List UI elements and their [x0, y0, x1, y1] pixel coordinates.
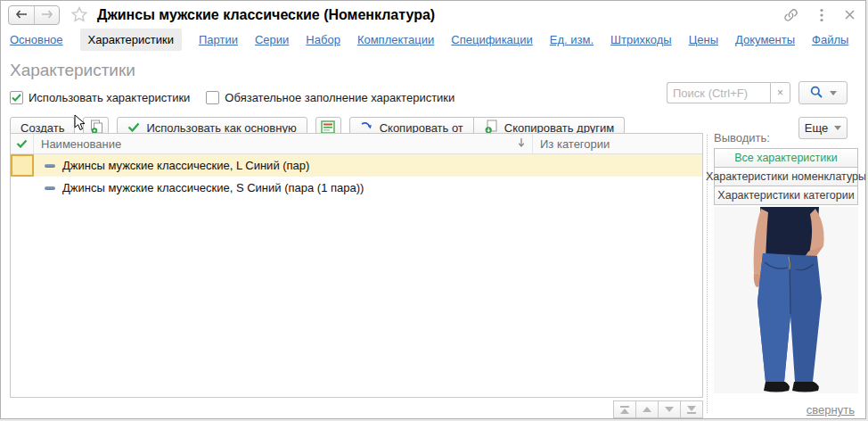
back-button[interactable] — [9, 6, 34, 24]
page-title: Джинсы мужские классические (Номенклатур… — [97, 7, 435, 23]
filter-category-characteristics[interactable]: Характеристики категории — [714, 186, 858, 205]
move-to-bottom-button[interactable] — [680, 400, 703, 418]
triangle-up-icon — [620, 409, 629, 414]
chevron-down-icon — [834, 126, 841, 130]
display-filter-panel: Выводить: Все характеристики Характерист… — [714, 131, 858, 205]
tab-kharakteristiki[interactable]: Характеристики — [80, 29, 182, 51]
display-filter-buttons: Все характеристики Характеристики номенк… — [714, 148, 858, 205]
search-button[interactable] — [798, 81, 848, 104]
chevron-down-icon — [830, 91, 837, 95]
search-cluster: × — [667, 81, 848, 104]
column-header-from-category[interactable]: Из категории — [533, 134, 702, 153]
move-to-top-button[interactable] — [613, 400, 636, 418]
tab-osnovnoe[interactable]: Основное — [10, 33, 63, 46]
checkbox-checked-icon — [10, 91, 23, 104]
use-characteristics-label: Использовать характеристики — [29, 91, 190, 104]
search-clear-button[interactable]: × — [770, 82, 790, 103]
characteristic-item-icon — [45, 186, 55, 190]
characteristic-item-icon — [45, 164, 55, 168]
column-name-label: Наименование — [41, 137, 518, 151]
tab-dokumenty[interactable]: Документы — [735, 33, 795, 46]
table-header: Наименование Из категории — [11, 134, 702, 154]
triangle-down-icon — [687, 406, 696, 411]
tab-shtrikhkody[interactable]: Штрихкоды — [610, 33, 672, 46]
row-name-label: Джинсы мужские классические, S Синий (па… — [62, 181, 364, 194]
move-bottom-icon — [687, 412, 696, 414]
tab-spetsifikatsii[interactable]: Спецификации — [451, 33, 533, 46]
section-heading: Характеристики — [1, 53, 865, 82]
required-fill-checkbox[interactable]: Обязательное заполнение характеристики — [206, 91, 454, 104]
clear-x-icon: × — [777, 87, 783, 99]
app-window: Джинсы мужские классические (Номенклатур… — [0, 0, 866, 419]
title-bar: Джинсы мужские классические (Номенклатур… — [1, 1, 865, 29]
row-category-cell[interactable] — [533, 177, 702, 199]
product-image — [714, 207, 858, 393]
history-nav-group — [8, 5, 60, 25]
tab-komplektatsii[interactable]: Комплектации — [357, 33, 434, 46]
search-icon — [810, 86, 823, 101]
column-category-label: Из категории — [540, 137, 610, 151]
tab-fayly[interactable]: Файлы — [812, 33, 848, 46]
more-vertical-icon[interactable] — [820, 8, 823, 22]
row-name-label: Джинсы мужские классические, L Синий (па… — [62, 159, 309, 172]
checkbox-unchecked-icon — [206, 91, 219, 104]
row-move-controls — [10, 400, 703, 418]
table-row[interactable]: Джинсы мужские классические, L Синий (па… — [11, 154, 702, 177]
filter-all-characteristics[interactable]: Все характеристики — [714, 148, 858, 168]
display-filter-label: Выводить: — [714, 131, 858, 144]
required-fill-label: Обязательное заполнение характеристики — [225, 91, 454, 104]
collapse-link[interactable]: свернуть — [807, 403, 855, 417]
tab-tseny[interactable]: Цены — [689, 33, 718, 46]
move-down-button[interactable] — [658, 400, 681, 418]
characteristics-table: Наименование Из категории Джинсы мужские… — [10, 133, 703, 398]
search-input[interactable] — [667, 82, 770, 103]
row-category-cell[interactable] — [533, 154, 702, 177]
sort-desc-icon — [518, 137, 525, 151]
tab-ed-izm[interactable]: Ед. изм. — [550, 33, 594, 46]
tab-bar: Основное Характеристики Партии Серии Наб… — [1, 29, 865, 53]
forward-arrow-icon — [41, 8, 53, 21]
use-characteristics-checkbox[interactable]: Использовать характеристики — [10, 91, 190, 104]
move-up-icon — [643, 407, 651, 412]
favorite-star-icon[interactable] — [70, 6, 88, 23]
move-up-button[interactable] — [635, 400, 659, 418]
forward-button[interactable] — [34, 6, 59, 24]
close-icon[interactable] — [845, 10, 855, 20]
tab-nabor[interactable]: Набор — [306, 33, 340, 46]
row-current-cell[interactable] — [11, 154, 34, 177]
column-header-name[interactable]: Наименование — [34, 134, 533, 153]
link-icon[interactable] — [783, 8, 798, 22]
tab-otchety[interactable]: Отчеты — [865, 33, 866, 46]
move-down-icon — [665, 407, 674, 412]
table-row[interactable]: Джинсы мужские классические, S Синий (па… — [11, 177, 702, 199]
header-check-icon[interactable] — [11, 134, 34, 153]
move-top-icon — [620, 406, 629, 408]
back-arrow-icon — [15, 8, 28, 21]
tab-partii[interactable]: Партии — [199, 33, 238, 46]
row-check-cell[interactable] — [11, 177, 34, 199]
tab-serii[interactable]: Серии — [255, 33, 289, 46]
filter-nomenclature-characteristics[interactable]: Характеристики номенклатуры — [714, 167, 858, 186]
